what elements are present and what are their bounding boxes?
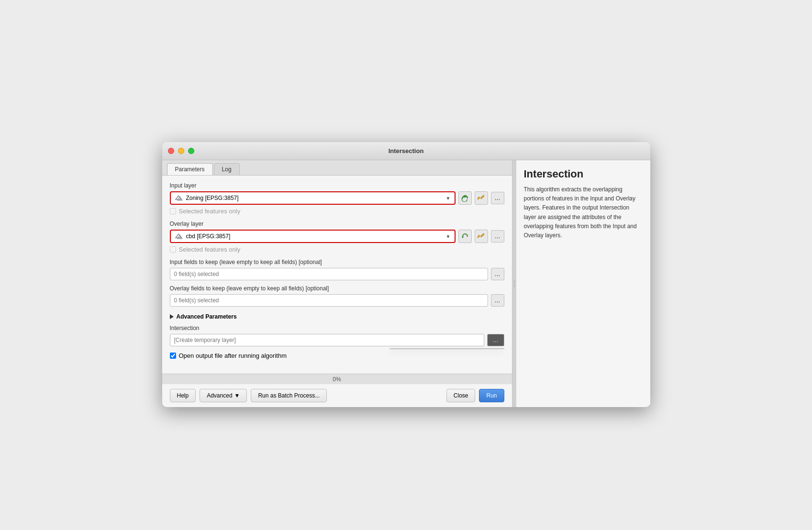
- input-fields-more-btn[interactable]: …: [491, 268, 504, 280]
- window-title: Intersection: [389, 147, 424, 155]
- input-layer-row: Zoning [EPSG:3857] ▼: [170, 191, 504, 205]
- overlay-wrench-icon: [478, 232, 485, 240]
- maximize-traffic-light[interactable]: [188, 148, 194, 154]
- tab-parameters[interactable]: Parameters: [167, 163, 213, 175]
- overlay-selected-features-row: Selected features only: [170, 246, 504, 253]
- run-button[interactable]: Run: [479, 389, 504, 402]
- overlay-layer-refresh-btn[interactable]: [458, 230, 472, 243]
- overlay-fields-label: Overlay fields to keep (leave empty to k…: [170, 285, 504, 292]
- close-button[interactable]: Close: [446, 389, 476, 402]
- progress-text: 0%: [333, 376, 341, 383]
- svg-rect-3: [478, 196, 480, 200]
- output-section-label: Intersection: [170, 325, 504, 331]
- advanced-params-label: Advanced Parameters: [177, 313, 237, 320]
- advanced-dropdown-arrow: ▼: [234, 392, 240, 399]
- panel-content: Input layer Zoning [EPSG:3857] ▼: [162, 176, 512, 366]
- input-selected-features-row: Selected features only: [170, 208, 504, 215]
- advanced-btn-label: Advanced: [207, 392, 232, 399]
- overlay-layer-arrow: ▼: [446, 234, 451, 239]
- window-body: Parameters Log Input layer Zoning [EPSG:…: [162, 160, 650, 407]
- svg-rect-2: [480, 195, 485, 199]
- title-bar: Intersection: [162, 142, 650, 160]
- overlay-layer-select[interactable]: cbd [EPSG:3857] ▼: [170, 230, 456, 243]
- input-selected-features-label: Selected features only: [179, 208, 241, 215]
- overlay-refresh-icon: [461, 232, 469, 240]
- input-fields-row: …: [170, 268, 504, 280]
- info-panel-text: This algorithm extracts the overlapping …: [524, 185, 643, 240]
- svg-marker-1: [177, 197, 182, 200]
- triangle-icon: [170, 314, 174, 319]
- main-window: Intersection Parameters Log Input layer: [162, 142, 650, 407]
- input-fields-input[interactable]: [170, 268, 488, 280]
- overlay-fields-row: …: [170, 294, 504, 307]
- output-dropdown-menu: Create Temporary Layer Save to File... S…: [389, 348, 504, 349]
- help-button[interactable]: Help: [170, 389, 196, 402]
- input-layer-value: Zoning [EPSG:3857]: [186, 195, 239, 201]
- overlay-selected-features-label: Selected features only: [179, 246, 241, 253]
- input-layer-select[interactable]: Zoning [EPSG:3857] ▼: [170, 191, 456, 205]
- open-after-checkbox[interactable]: [170, 353, 176, 359]
- bottom-buttons: Help Advanced ▼ Run as Batch Process... …: [162, 384, 512, 407]
- menu-item-create-temp[interactable]: Create Temporary Layer: [390, 349, 504, 349]
- progress-bar-container: 0%: [162, 374, 512, 384]
- input-fields-label: Input fields to keep (leave empty to kee…: [170, 259, 504, 265]
- traffic-lights: [168, 148, 194, 154]
- wrench-icon: [478, 194, 485, 202]
- left-panel: Parameters Log Input layer Zoning [EPSG:…: [162, 160, 512, 407]
- open-after-label: Open output file after running algorithm: [179, 352, 287, 359]
- svg-rect-7: [478, 234, 480, 238]
- panel-resizer[interactable]: [512, 160, 516, 407]
- overlay-layer-row: cbd [EPSG:3857] ▼: [170, 230, 504, 243]
- close-traffic-light[interactable]: [168, 148, 174, 154]
- polygon-layer-icon: [175, 195, 183, 201]
- input-layer-more-btn[interactable]: …: [491, 192, 504, 204]
- input-selected-features-checkbox[interactable]: [170, 208, 176, 214]
- input-layer-refresh-btn[interactable]: [458, 191, 472, 205]
- overlay-layer-icon: [175, 233, 183, 240]
- run-batch-button[interactable]: Run as Batch Process...: [251, 389, 327, 402]
- output-row: … Create Temporary Layer Save to File...…: [170, 334, 504, 346]
- input-layer-label: Input layer: [170, 182, 504, 189]
- refresh-icon: [461, 194, 469, 202]
- tab-log[interactable]: Log: [214, 163, 240, 175]
- advanced-button[interactable]: Advanced ▼: [200, 389, 247, 402]
- output-more-btn[interactable]: …: [487, 334, 504, 346]
- info-panel-title: Intersection: [524, 168, 643, 180]
- overlay-layer-label: Overlay layer: [170, 221, 504, 227]
- minimize-traffic-light[interactable]: [178, 148, 184, 154]
- tab-bar: Parameters Log: [162, 160, 512, 176]
- overlay-fields-input[interactable]: [170, 294, 488, 307]
- overlay-layer-settings-btn[interactable]: [475, 230, 488, 243]
- overlay-layer-more-btn[interactable]: …: [491, 230, 504, 243]
- output-input[interactable]: [170, 334, 484, 346]
- svg-rect-6: [480, 233, 485, 238]
- input-layer-arrow: ▼: [446, 196, 451, 201]
- open-after-row: Open output file after running algorithm: [170, 352, 504, 359]
- overlay-selected-features-checkbox[interactable]: [170, 246, 176, 253]
- overlay-fields-more-btn[interactable]: …: [491, 294, 504, 307]
- overlay-layer-value: cbd [EPSG:3857]: [186, 233, 231, 240]
- advanced-params-section[interactable]: Advanced Parameters: [170, 313, 504, 320]
- svg-marker-5: [177, 235, 182, 239]
- input-layer-settings-btn[interactable]: [475, 191, 488, 205]
- info-panel: Intersection This algorithm extracts the…: [516, 160, 650, 407]
